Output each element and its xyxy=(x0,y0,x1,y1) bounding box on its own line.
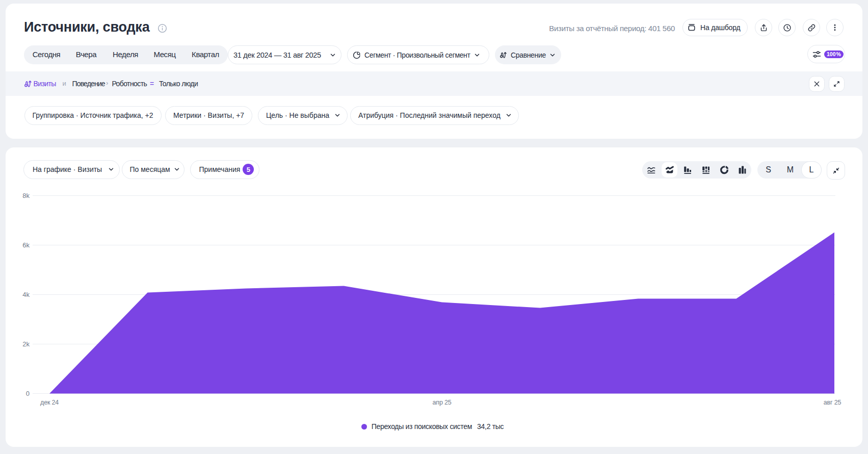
svg-text:4k: 4k xyxy=(22,290,30,298)
svg-text:апр 25: апр 25 xyxy=(433,398,452,406)
svg-text:дек 24: дек 24 xyxy=(40,398,59,406)
svg-text:2k: 2k xyxy=(22,340,30,347)
svg-text:авг 25: авг 25 xyxy=(824,398,841,406)
svg-text:6k: 6k xyxy=(22,241,30,248)
svg-text:0: 0 xyxy=(26,389,30,397)
svg-text:8k: 8k xyxy=(22,191,30,199)
